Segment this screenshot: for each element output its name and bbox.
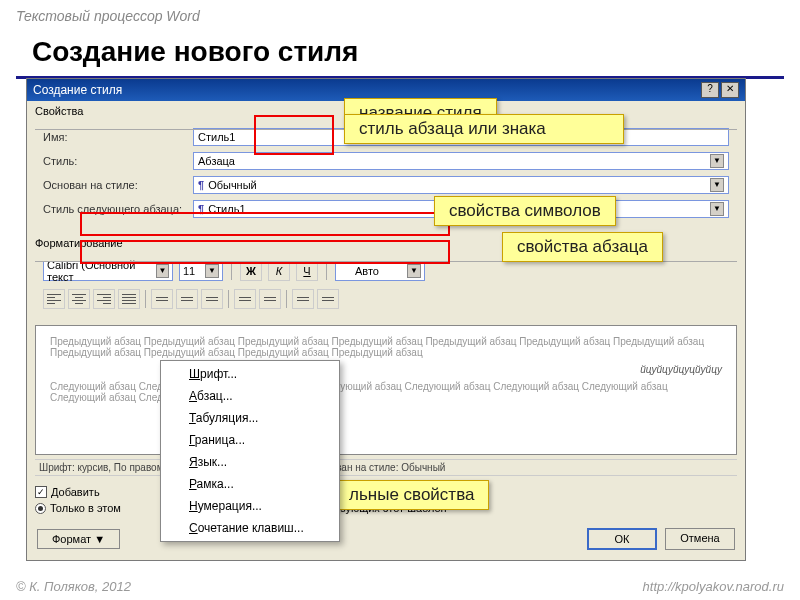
style-preview: Предыдущий абзац Предыдущий абзац Предыд… <box>35 325 737 455</box>
align-left-button[interactable] <box>43 289 65 309</box>
font-size-select[interactable]: 11▼ <box>179 261 223 281</box>
font-color-select[interactable]: Авто▼ <box>335 261 425 281</box>
callout-char-props: свойства символов <box>434 196 616 226</box>
slide-title: Создание нового стиля <box>16 32 784 79</box>
chevron-down-icon: ▼ <box>407 264 421 278</box>
callout-other-props: льные свойства <box>334 480 489 510</box>
slide-footer: © К. Поляков, 2012 http://kpolyakov.naro… <box>0 579 800 594</box>
only-this-doc-radio[interactable] <box>35 503 46 514</box>
style-description: Шрифт: курсив, По правому краю, Стиль: Э… <box>35 459 737 476</box>
format-button[interactable]: Формат ▼ <box>37 529 120 549</box>
space-before-dec-button[interactable] <box>259 289 281 309</box>
menu-tabs[interactable]: Табуляция... <box>161 407 339 429</box>
footer-copyright: © К. Поляков, 2012 <box>16 579 131 594</box>
menu-border[interactable]: Граница... <box>161 429 339 451</box>
indent-dec-button[interactable] <box>292 289 314 309</box>
space-before-inc-button[interactable] <box>234 289 256 309</box>
indent-inc-button[interactable] <box>317 289 339 309</box>
close-button[interactable]: ✕ <box>721 82 739 98</box>
line-spacing-2-button[interactable] <box>201 289 223 309</box>
name-label: Имя: <box>43 131 193 143</box>
format-context-menu: Шрифт... Абзац... Табуляция... Граница..… <box>160 360 340 542</box>
line-spacing-1-button[interactable] <box>151 289 173 309</box>
based-on-label: Основан на стиле: <box>43 179 193 191</box>
align-right-button[interactable] <box>93 289 115 309</box>
ok-button[interactable]: ОК <box>587 528 657 550</box>
menu-language[interactable]: Язык... <box>161 451 339 473</box>
align-justify-button[interactable] <box>118 289 140 309</box>
next-style-label: Стиль следующего абзаца: <box>43 203 193 215</box>
only-this-doc-label: Только в этом <box>50 502 121 514</box>
chevron-down-icon: ▼ <box>205 264 219 278</box>
slide-header: Текстовый процессор Word <box>0 0 800 32</box>
add-to-list-label: Добавить <box>51 486 100 498</box>
callout-para-props: свойства абзаца <box>502 232 663 262</box>
add-to-list-checkbox[interactable]: ✓ <box>35 486 47 498</box>
cancel-button[interactable]: Отмена <box>665 528 735 550</box>
menu-font[interactable]: Шрифт... <box>161 363 339 385</box>
chevron-down-icon: ▼ <box>710 202 724 216</box>
line-spacing-15-button[interactable] <box>176 289 198 309</box>
italic-button[interactable]: К <box>268 261 290 281</box>
menu-shortcut[interactable]: Сочетание клавиш... <box>161 517 339 539</box>
chevron-down-icon: ▼ <box>710 178 724 192</box>
chevron-down-icon: ▼ <box>710 154 724 168</box>
style-type-select[interactable]: Абзаца ▼ <box>193 152 729 170</box>
menu-frame[interactable]: Рамка... <box>161 473 339 495</box>
menu-paragraph[interactable]: Абзац... <box>161 385 339 407</box>
underline-button[interactable]: Ч <box>296 261 318 281</box>
callout-style-type: стиль абзаца или знака <box>344 114 624 144</box>
bold-button[interactable]: Ж <box>240 261 262 281</box>
help-button[interactable]: ? <box>701 82 719 98</box>
align-center-button[interactable] <box>68 289 90 309</box>
based-on-select[interactable]: ¶Обычный ▼ <box>193 176 729 194</box>
preview-next-text: Следующий абзац Следующий абзац Следующи… <box>50 381 722 403</box>
dialog-title: Создание стиля <box>33 83 122 97</box>
menu-numbering[interactable]: Нумерация... <box>161 495 339 517</box>
preview-prev-text: Предыдущий абзац Предыдущий абзац Предыд… <box>50 336 722 358</box>
chevron-down-icon: ▼ <box>156 264 169 278</box>
font-family-select[interactable]: Calibri (Основной текст▼ <box>43 261 173 281</box>
footer-url: http://kpolyakov.narod.ru <box>643 579 784 594</box>
style-type-label: Стиль: <box>43 155 193 167</box>
preview-sample-text: йцуйцуйцуцйуйцу <box>50 358 722 381</box>
